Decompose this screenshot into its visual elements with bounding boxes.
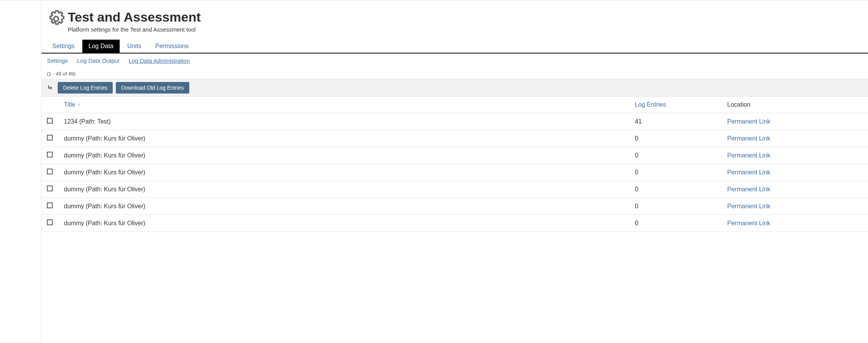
sidebar-spacer <box>0 0 42 343</box>
tab-permissions[interactable]: Permissions <box>149 40 195 53</box>
row-log-entries: 0 <box>629 181 722 198</box>
row-log-entries: 0 <box>629 130 722 147</box>
row-log-entries: 0 <box>629 147 722 164</box>
column-header-log-entries[interactable]: Log Entries <box>629 97 722 113</box>
row-checkbox[interactable] <box>47 135 53 141</box>
sort-ascending-icon: ↑ <box>78 102 80 108</box>
table-row: dummy (Path: Kurs für Oliver)0Permanent … <box>42 164 868 181</box>
download-old-log-entries-button[interactable]: Download Old Log Entries <box>116 82 189 94</box>
permanent-link[interactable]: Permanent Link <box>727 203 770 209</box>
secondary-tabs: Settings Log Data Output Log Data Admini… <box>42 54 868 68</box>
row-title: dummy (Path: Kurs für Oliver) <box>58 198 629 215</box>
permanent-link[interactable]: Permanent Link <box>727 135 770 142</box>
table-row: dummy (Path: Kurs für Oliver)0Permanent … <box>42 198 868 215</box>
table-row: dummy (Path: Kurs für Oliver)0Permanent … <box>42 130 868 147</box>
row-title: dummy (Path: Kurs für Oliver) <box>58 130 629 147</box>
row-checkbox[interactable] <box>47 219 53 225</box>
permanent-link[interactable]: Permanent Link <box>727 169 770 176</box>
action-toolbar: Delete Log Entries Download Old Log Entr… <box>42 79 868 97</box>
column-header-title-label: Title <box>64 101 75 108</box>
row-checkbox[interactable] <box>47 202 53 208</box>
column-header-location: Location <box>722 97 868 113</box>
page-subtitle: Platform settings for the Test and Asses… <box>68 26 201 33</box>
delete-log-entries-button[interactable]: Delete Log Entries <box>58 82 113 94</box>
row-title: dummy (Path: Kurs für Oliver) <box>58 181 629 198</box>
row-title: dummy (Path: Kurs für Oliver) <box>58 147 629 164</box>
permanent-link[interactable]: Permanent Link <box>727 118 770 125</box>
column-header-select <box>42 97 58 113</box>
primary-tabs: Settings Log Data Units Permissions <box>42 40 868 54</box>
permanent-link[interactable]: Permanent Link <box>727 152 770 159</box>
permanent-link[interactable]: Permanent Link <box>727 220 770 226</box>
subtab-settings[interactable]: Settings <box>47 57 68 64</box>
row-log-entries: 0 <box>629 198 722 215</box>
log-data-table: Title ↑ Log Entries Location 1234 (Path:… <box>42 97 868 232</box>
row-log-entries: 41 <box>629 113 722 130</box>
row-log-entries: 0 <box>629 215 722 232</box>
page-title: Test and Assessment <box>68 10 201 25</box>
row-checkbox[interactable] <box>47 118 53 124</box>
row-title: 1234 (Path: Test) <box>58 113 629 130</box>
action-arrow-icon <box>47 85 53 91</box>
row-checkbox[interactable] <box>47 186 53 191</box>
row-log-entries: 0 <box>629 164 722 181</box>
row-checkbox[interactable] <box>47 169 53 174</box>
tab-settings[interactable]: Settings <box>46 40 81 53</box>
table-row: dummy (Path: Kurs für Oliver)0Permanent … <box>42 215 868 232</box>
row-title: dummy (Path: Kurs für Oliver) <box>58 164 629 181</box>
permanent-link[interactable]: Permanent Link <box>727 186 770 192</box>
table-row: 1234 (Path: Test)41Permanent Link <box>42 113 868 130</box>
row-checkbox[interactable] <box>47 152 53 157</box>
column-header-title[interactable]: Title ↑ <box>58 97 629 113</box>
tab-log-data[interactable]: Log Data <box>82 40 120 53</box>
subtab-log-data-administration[interactable]: Log Data Administration <box>129 57 190 64</box>
subtab-log-data-output[interactable]: Log Data Output <box>77 57 119 64</box>
table-row: dummy (Path: Kurs für Oliver)0Permanent … <box>42 147 868 164</box>
assessment-icon <box>47 10 65 28</box>
result-count: (1 - 49 of 49) <box>42 68 868 79</box>
table-row: dummy (Path: Kurs für Oliver)0Permanent … <box>42 181 868 198</box>
tab-units[interactable]: Units <box>121 40 147 53</box>
svg-point-0 <box>54 17 58 21</box>
row-title: dummy (Path: Kurs für Oliver) <box>58 215 629 232</box>
